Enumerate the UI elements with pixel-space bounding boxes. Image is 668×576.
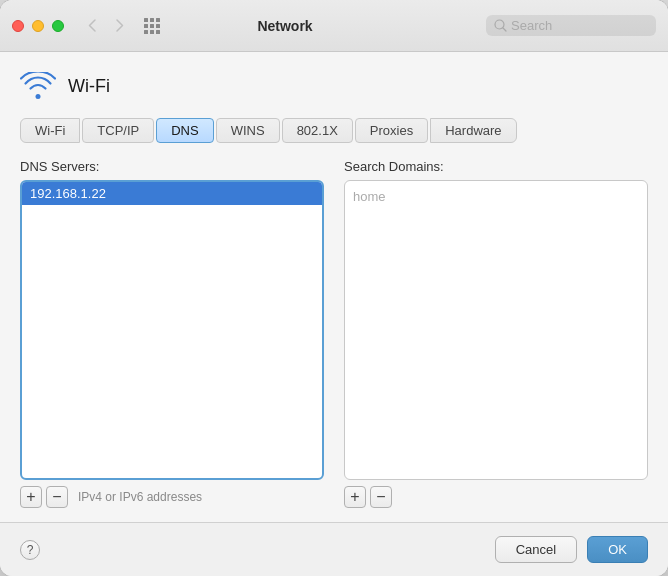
svg-line-1 [503, 28, 506, 31]
ok-button[interactable]: OK [587, 536, 648, 563]
dns-add-button[interactable]: + [20, 486, 42, 508]
maximize-button[interactable] [52, 20, 64, 32]
close-button[interactable] [12, 20, 24, 32]
domains-remove-button[interactable]: − [370, 486, 392, 508]
dns-servers-toolbar: + − IPv4 or IPv6 addresses [20, 486, 324, 508]
dns-servers-list[interactable]: 192.168.1.22 [20, 180, 324, 480]
tab-proxies[interactable]: Proxies [355, 118, 428, 143]
cancel-button[interactable]: Cancel [495, 536, 577, 563]
help-button[interactable]: ? [20, 540, 40, 560]
wifi-label: Wi-Fi [68, 76, 110, 97]
bottom-bar: ? Cancel OK [0, 522, 668, 576]
search-domains-placeholder: home [353, 189, 386, 204]
tab-wins[interactable]: WINS [216, 118, 280, 143]
dns-servers-column: DNS Servers: 192.168.1.22 + − IPv4 or IP… [20, 159, 324, 508]
search-placeholder: Search [511, 18, 552, 33]
domains-add-button[interactable]: + [344, 486, 366, 508]
content-area: Wi-Fi Wi-Fi TCP/IP DNS WINS 802.1X Proxi… [0, 52, 668, 508]
search-domains-label: Search Domains: [344, 159, 648, 174]
traffic-lights [12, 20, 64, 32]
tab-wifi[interactable]: Wi-Fi [20, 118, 80, 143]
search-bar[interactable]: Search [486, 15, 656, 36]
minimize-button[interactable] [32, 20, 44, 32]
tab-dns[interactable]: DNS [156, 118, 213, 143]
search-domains-column: Search Domains: home + − [344, 159, 648, 508]
wifi-header: Wi-Fi [20, 68, 648, 104]
dns-remove-button[interactable]: − [46, 486, 68, 508]
tab-hardware[interactable]: Hardware [430, 118, 516, 143]
tab-8021x[interactable]: 802.1X [282, 118, 353, 143]
wifi-icon [20, 68, 56, 104]
search-domains-list[interactable]: home [344, 180, 648, 480]
dns-columns: DNS Servers: 192.168.1.22 + − IPv4 or IP… [20, 159, 648, 508]
dns-servers-label: DNS Servers: [20, 159, 324, 174]
dns-entry-0[interactable]: 192.168.1.22 [22, 182, 322, 205]
network-preferences-window: Network Search Wi-Fi Wi-Fi [0, 0, 668, 576]
search-icon [494, 19, 507, 32]
bottom-actions: Cancel OK [495, 536, 648, 563]
window-title: Network [84, 18, 486, 34]
tab-tcpip[interactable]: TCP/IP [82, 118, 154, 143]
tabs-bar: Wi-Fi TCP/IP DNS WINS 802.1X Proxies Har… [20, 118, 648, 143]
titlebar: Network Search [0, 0, 668, 52]
search-domains-toolbar: + − [344, 486, 648, 508]
dns-hint: IPv4 or IPv6 addresses [78, 490, 202, 504]
